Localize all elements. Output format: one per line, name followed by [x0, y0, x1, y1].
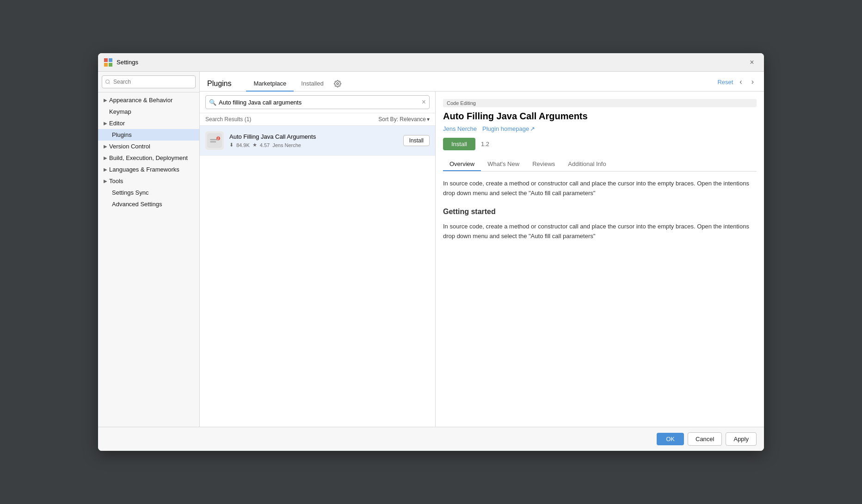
- main-area: Plugins Marketplace Installed Reset ‹ ›: [200, 72, 764, 427]
- chevron-right-icon-build: ▶: [104, 155, 107, 160]
- sidebar-item-plugins-label: Plugins: [112, 131, 132, 138]
- footer: OK Cancel Apply: [98, 427, 764, 451]
- detail-tab-overview[interactable]: Overview: [443, 158, 481, 171]
- sidebar-search-input[interactable]: [102, 75, 196, 88]
- plugin-search-input[interactable]: [205, 95, 430, 109]
- downloads-icon: ⬇: [229, 142, 234, 148]
- sidebar-item-build[interactable]: ▶ Build, Execution, Deployment: [98, 152, 199, 164]
- svg-rect-5: [207, 133, 222, 148]
- detail-install-button[interactable]: Install: [443, 138, 475, 150]
- sidebar-item-advanced-label: Advanced Settings: [112, 201, 162, 208]
- svg-rect-0: [104, 58, 108, 62]
- back-button[interactable]: ‹: [737, 77, 745, 87]
- sidebar-item-plugins[interactable]: Plugins: [98, 129, 199, 141]
- download-count: 84.9K: [236, 142, 250, 148]
- search-bar-container: 🔍 ×: [200, 92, 435, 113]
- external-link-icon: ↗: [530, 125, 535, 132]
- header-right: Reset ‹ ›: [717, 77, 757, 91]
- title-bar: Settings ×: [98, 53, 764, 72]
- plugin-item[interactable]: J Auto Filling Java Call Arguments ⬇ 84.…: [200, 126, 435, 156]
- rating: 4.57: [260, 142, 270, 148]
- dialog-title: Settings: [117, 59, 745, 66]
- sort-button[interactable]: Sort By: Relevance ▾: [378, 116, 430, 123]
- sidebar: ▶ Appearance & Behavior Keymap ▶ Editor …: [98, 72, 200, 427]
- plugin-meta: ⬇ 84.9K ★ 4.57 Jens Nerche: [229, 142, 403, 148]
- detail-author-link[interactable]: Jens Nerche: [443, 125, 477, 132]
- search-icon: 🔍: [209, 99, 216, 106]
- svg-rect-7: [210, 141, 216, 142]
- sidebar-item-advanced[interactable]: Advanced Settings: [98, 198, 199, 210]
- detail-content: In source code, create a method or const…: [443, 179, 757, 419]
- plugin-list-panel: 🔍 × Search Results (1) Sort By: Relevanc…: [200, 92, 436, 427]
- sidebar-nav: ▶ Appearance & Behavior Keymap ▶ Editor …: [98, 92, 199, 427]
- detail-title: Auto Filling Java Call Arguments: [443, 111, 757, 122]
- sidebar-item-editor-label: Editor: [109, 120, 125, 127]
- sidebar-item-keymap-label: Keymap: [109, 108, 131, 115]
- tab-bar: Marketplace Installed: [246, 76, 717, 91]
- sidebar-item-languages-label: Languages & Frameworks: [109, 166, 179, 173]
- sidebar-item-sync-label: Settings Sync: [112, 189, 149, 196]
- chevron-right-icon-lang: ▶: [104, 167, 107, 172]
- detail-tab-reviews[interactable]: Reviews: [526, 158, 561, 171]
- detail-tabs: Overview What's New Reviews Additional I…: [443, 158, 757, 172]
- chevron-down-icon: ▾: [427, 116, 430, 123]
- detail-tab-additional-info[interactable]: Additional Info: [561, 158, 612, 171]
- star-icon: ★: [252, 142, 257, 148]
- svg-point-4: [337, 83, 339, 85]
- sidebar-item-appearance[interactable]: ▶ Appearance & Behavior: [98, 94, 199, 106]
- chevron-right-icon-vc: ▶: [104, 144, 107, 149]
- ok-button[interactable]: OK: [657, 433, 684, 445]
- plugins-header: Plugins Marketplace Installed Reset ‹ ›: [200, 72, 764, 92]
- plugin-list: J Auto Filling Java Call Arguments ⬇ 84.…: [200, 126, 435, 427]
- detail-links: Jens Nerche Plugin homepage ↗: [443, 125, 757, 132]
- sidebar-item-tools[interactable]: ▶ Tools: [98, 175, 199, 187]
- apply-button[interactable]: Apply: [726, 432, 757, 446]
- svg-rect-3: [109, 63, 112, 67]
- svg-rect-1: [109, 58, 112, 62]
- detail-version: 1.2: [481, 141, 489, 148]
- gear-button[interactable]: [331, 77, 344, 90]
- detail-homepage-link[interactable]: Plugin homepage ↗: [482, 125, 535, 132]
- sidebar-search-container: [98, 72, 199, 92]
- author-name: Jens Nerche: [272, 142, 301, 148]
- overview-paragraph-2: In source code, create a method or const…: [443, 222, 757, 241]
- app-icon: [104, 58, 113, 67]
- reset-button[interactable]: Reset: [717, 79, 733, 86]
- plugins-title: Plugins: [207, 80, 231, 88]
- plugin-install-button[interactable]: Install: [403, 135, 430, 146]
- cancel-button[interactable]: Cancel: [688, 432, 722, 446]
- sidebar-item-version-control[interactable]: ▶ Version Control: [98, 141, 199, 152]
- plugin-name: Auto Filling Java Call Arguments: [229, 133, 403, 140]
- sidebar-item-languages[interactable]: ▶ Languages & Frameworks: [98, 164, 199, 175]
- svg-text:J: J: [217, 137, 219, 140]
- plugin-info: Auto Filling Java Call Arguments ⬇ 84.9K…: [229, 133, 403, 148]
- getting-started-heading: Getting started: [443, 206, 757, 218]
- plugins-body: 🔍 × Search Results (1) Sort By: Relevanc…: [200, 92, 764, 427]
- tab-installed[interactable]: Installed: [294, 76, 331, 92]
- chevron-right-icon-tools: ▶: [104, 178, 107, 184]
- sidebar-item-appearance-label: Appearance & Behavior: [109, 97, 172, 104]
- sidebar-item-settings-sync[interactable]: Settings Sync: [98, 187, 199, 198]
- chevron-right-icon-editor: ▶: [104, 121, 107, 126]
- content-area: ▶ Appearance & Behavior Keymap ▶ Editor …: [98, 72, 764, 427]
- sidebar-item-build-label: Build, Execution, Deployment: [109, 154, 188, 161]
- tab-marketplace[interactable]: Marketplace: [246, 76, 294, 92]
- settings-dialog: Settings × ▶ Appearance & Behavior Keyma…: [98, 53, 764, 451]
- svg-rect-2: [104, 63, 108, 67]
- detail-actions: Install 1.2: [443, 138, 757, 150]
- detail-tab-whats-new[interactable]: What's New: [481, 158, 526, 171]
- sidebar-item-tools-label: Tools: [109, 178, 123, 184]
- sidebar-item-vc-label: Version Control: [109, 143, 150, 150]
- list-toolbar: Search Results (1) Sort By: Relevance ▾: [200, 113, 435, 126]
- close-button[interactable]: ×: [745, 56, 758, 69]
- plugin-icon: J: [205, 131, 224, 150]
- detail-category-badge: Code Editing: [443, 99, 757, 107]
- chevron-right-icon: ▶: [104, 98, 107, 103]
- detail-panel: Code Editing Auto Filling Java Call Argu…: [436, 92, 764, 427]
- sidebar-item-editor[interactable]: ▶ Editor: [98, 117, 199, 129]
- search-clear-button[interactable]: ×: [422, 98, 426, 106]
- overview-paragraph-1: In source code, create a method or const…: [443, 179, 757, 198]
- sidebar-item-keymap[interactable]: Keymap: [98, 106, 199, 117]
- forward-button[interactable]: ›: [749, 77, 757, 87]
- results-count: Search Results (1): [205, 116, 251, 123]
